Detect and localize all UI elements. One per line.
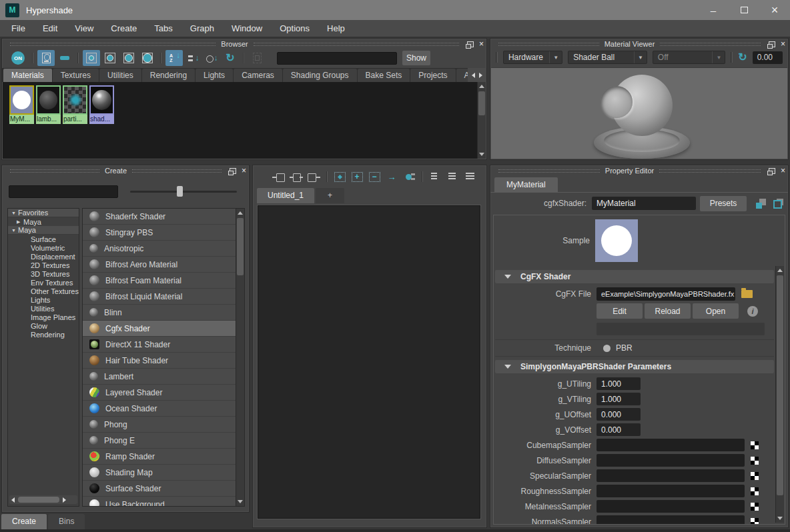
node-graph-canvas[interactable] xyxy=(257,205,481,519)
menu-item[interactable]: Window xyxy=(223,20,271,37)
scrollbar-thumb[interactable] xyxy=(18,497,59,503)
layout-full-display-icon[interactable] xyxy=(462,169,478,184)
technique-radio-button[interactable] xyxy=(603,345,611,352)
create-search-input[interactable] xyxy=(9,185,118,198)
cgfx-file-field[interactable]: eExample\SimplygonMayaPBRShader.fx xyxy=(597,287,735,301)
sort-alphabetical-button[interactable]: AZ xyxy=(165,50,183,66)
parameter-value-field[interactable]: 0.000 xyxy=(597,423,641,436)
scroll-down-icon[interactable] xyxy=(238,500,243,503)
tree-expand-icon[interactable] xyxy=(11,211,18,215)
tree-item[interactable]: Maya xyxy=(8,217,79,226)
float-panel-icon[interactable] xyxy=(467,41,474,47)
close-panel-icon[interactable]: × xyxy=(781,167,785,174)
scroll-left-icon[interactable] xyxy=(11,497,15,503)
layout-medium-display-icon[interactable] xyxy=(444,169,460,184)
scroll-up-icon[interactable] xyxy=(777,269,783,272)
graph-materials-on-selection-icon[interactable] xyxy=(332,169,348,184)
menu-item[interactable]: Create xyxy=(102,20,145,37)
browser-tab[interactable]: Textures xyxy=(53,69,99,82)
browser-tab[interactable]: Materials xyxy=(3,69,52,82)
info-icon[interactable]: i xyxy=(747,306,758,317)
shader-list-item[interactable]: Cgfx Shader xyxy=(83,321,236,337)
shader-list-item[interactable]: Hair Tube Shader xyxy=(83,353,236,369)
property-tab-mymaterial[interactable]: MyMaterial xyxy=(494,177,558,192)
copy-tab-icon[interactable] xyxy=(773,199,783,209)
tree-item[interactable]: Lights xyxy=(8,295,79,304)
menu-item[interactable]: View xyxy=(66,20,102,37)
menu-item[interactable]: File xyxy=(3,20,34,37)
remove-selected-nodes-from-graph-icon[interactable]: − xyxy=(366,169,382,184)
tree-horizontal-scrollbar[interactable] xyxy=(9,495,77,504)
texture-map-checker-icon[interactable] xyxy=(751,487,759,495)
texture-map-checker-icon[interactable] xyxy=(751,457,759,465)
presets-button[interactable]: Presets xyxy=(700,196,747,211)
tree-item[interactable]: Env Textures xyxy=(8,278,79,287)
shader-list-item[interactable]: Blinn xyxy=(83,305,236,321)
sampler-value-field[interactable] xyxy=(597,485,745,497)
swatch-size-xlarge-button[interactable] xyxy=(139,50,156,66)
graph-tab-untitled[interactable]: Untitled_1 xyxy=(257,188,314,203)
tree-item[interactable]: 3D Textures xyxy=(8,269,79,278)
material-thumbnail[interactable] xyxy=(63,85,87,115)
shader-list-item[interactable]: Surface Shader xyxy=(83,481,236,497)
sampler-value-field[interactable] xyxy=(597,515,745,524)
tree-item[interactable]: 2D Textures xyxy=(8,261,79,269)
scroll-down-icon[interactable] xyxy=(777,517,783,520)
material-thumbnail[interactable] xyxy=(9,85,34,115)
list-view-button[interactable] xyxy=(56,50,73,66)
texture-map-checker-icon[interactable] xyxy=(751,441,759,449)
shader-list-scrollbar[interactable] xyxy=(236,209,244,506)
node-name-field[interactable]: MyMaterial xyxy=(592,197,696,210)
sampler-value-field[interactable] xyxy=(597,439,745,451)
scroll-right-icon[interactable] xyxy=(63,497,66,503)
float-panel-icon[interactable] xyxy=(769,168,775,174)
refresh-render-icon[interactable]: ↻ xyxy=(738,52,747,63)
bottom-tab[interactable]: Bins xyxy=(48,514,85,529)
material-swatch[interactable]: shad... xyxy=(89,85,114,124)
material-swatch[interactable]: MyM... xyxy=(9,85,34,124)
cgfx-action-button[interactable]: Edit xyxy=(597,303,643,319)
scroll-down-icon[interactable] xyxy=(479,153,484,156)
tree-item[interactable]: Volumetric xyxy=(8,243,79,252)
scrollbar-thumb[interactable] xyxy=(237,218,244,275)
texture-map-checker-icon[interactable] xyxy=(751,503,759,511)
material-swatch[interactable]: parti... xyxy=(63,85,87,124)
shader-list-item[interactable]: Phong E xyxy=(83,433,236,449)
swatch-size-small-button[interactable] xyxy=(83,50,100,66)
browser-tab[interactable]: Bake Sets xyxy=(358,69,410,82)
browser-tab[interactable]: Lights xyxy=(195,69,233,82)
menu-item[interactable]: Graph xyxy=(181,20,223,37)
bottom-tab[interactable]: Create xyxy=(1,514,47,529)
float-panel-icon[interactable] xyxy=(230,168,236,174)
sampler-value-field[interactable] xyxy=(597,454,745,467)
icon-size-slider[interactable] xyxy=(130,186,237,197)
swatch-with-label-view-button[interactable] xyxy=(37,50,55,66)
menu-item[interactable]: Options xyxy=(271,20,318,37)
scroll-tabs-right-icon[interactable] xyxy=(479,73,482,78)
browser-tab[interactable]: Cameras xyxy=(234,69,282,82)
add-graph-tab-button[interactable]: + xyxy=(316,188,344,203)
scroll-up-icon[interactable] xyxy=(479,85,484,88)
shader-list-item[interactable]: Bifrost Liquid Material xyxy=(83,289,236,305)
filter-swatches-button[interactable] xyxy=(248,50,266,66)
shader-list-item[interactable]: Bifrost Foam Material xyxy=(83,273,236,289)
browser-tab[interactable]: Utilities xyxy=(99,69,141,82)
sort-by-type-button[interactable] xyxy=(184,50,202,66)
parameters-section-header[interactable]: SimplygonMayaPBRShader Parameters xyxy=(495,360,774,373)
tree-item[interactable]: Maya xyxy=(8,226,79,235)
shader-list-item[interactable]: Layered Shader xyxy=(83,385,236,401)
graph-input-connections-icon[interactable] xyxy=(271,169,287,184)
shader-list-item[interactable]: Ramp Shader xyxy=(83,449,236,465)
scroll-up-icon[interactable] xyxy=(238,211,243,215)
shader-list-item[interactable]: Ocean Shader xyxy=(83,401,236,417)
tree-item[interactable]: Surface xyxy=(8,235,79,243)
shader-list-item[interactable]: Phong xyxy=(83,417,236,433)
maximize-button[interactable] xyxy=(729,0,759,20)
refresh-swatches-button[interactable]: ↻ xyxy=(222,50,239,66)
cgfx-shader-section-header[interactable]: CgFX Shader xyxy=(495,270,774,283)
tree-expand-icon[interactable] xyxy=(11,228,18,233)
slider-handle[interactable] xyxy=(177,186,183,197)
pin-node-icon[interactable] xyxy=(401,169,417,184)
tree-item[interactable]: Utilities xyxy=(8,304,79,313)
menu-item[interactable]: Tabs xyxy=(145,20,181,37)
